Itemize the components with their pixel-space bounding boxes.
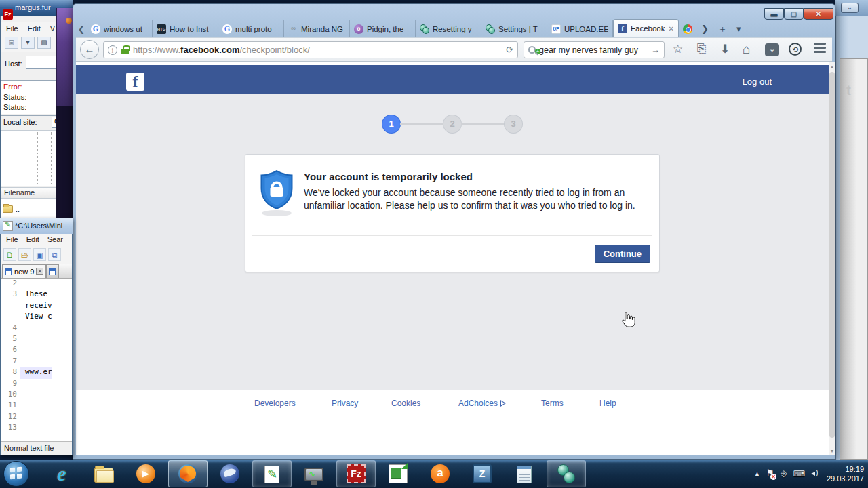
continue-button[interactable]: Continue [595,245,650,263]
footer-link-developers[interactable]: Developers [254,399,296,408]
open-file-icon[interactable]: 🗁 [18,248,31,261]
tab-how-to-install[interactable]: HTG How to Inst [153,20,218,37]
list-tabs-icon[interactable]: ▾ [732,21,746,37]
scroll-up-icon[interactable]: ▲ [829,64,835,69]
taskbar-firefox-active[interactable] [168,460,208,487]
background-app-icon [66,18,72,24]
bookmark-star-icon[interactable]: ☆ [673,42,683,56]
npp-menu-edit[interactable]: Edit [26,235,39,246]
fz-menu-edit[interactable]: Edit [28,24,41,35]
editor-tab-partial[interactable] [46,264,59,278]
maximize-button[interactable]: ▢ [784,8,804,20]
search-input[interactable]: gear my nerves family guy [539,45,648,55]
close-button[interactable]: ✕ [804,8,833,20]
step-3: 3 [505,115,522,133]
fz-menu-file[interactable]: File [6,24,18,35]
tray-clock[interactable]: 19:19 29.03.2017 [827,464,867,483]
downloads-icon[interactable]: ⬇ [720,42,730,56]
search-engine-icon[interactable]: + [528,46,536,54]
tab-close-icon[interactable]: ✕ [36,268,43,275]
sync-icon[interactable]: ⟲ [789,43,802,56]
notepadpp-statusbar: Normal text file [1,441,72,455]
upload-ee-icon: UP [551,24,561,34]
tab-close-icon[interactable]: ✕ [669,25,674,33]
npp-menu-file[interactable]: File [6,235,18,246]
volume-icon[interactable] [811,469,821,479]
show-hidden-icons[interactable]: ▲ [754,470,760,477]
tab-resetting[interactable]: Resetting y [416,20,481,37]
back-button[interactable]: ← [80,40,99,59]
editor-text-area[interactable]: 2 3These receiv View c 4 5 6------ 7 8ww… [1,279,72,441]
tab-windows-update[interactable]: G windows ut [87,20,153,37]
url-text[interactable]: https://www.facebook.com/checkpoint/bloc… [133,45,502,55]
page-content: f Log out 1 2 3 Your account is temporar… [76,62,829,455]
taskbar-media-player[interactable]: ▶ [126,460,165,487]
locked-account-card: Your account is temporarily locked We've… [245,154,660,272]
footer-link-privacy[interactable]: Privacy [332,399,358,408]
copy-icon[interactable]: ⧉ [48,248,61,261]
home-icon[interactable]: ⌂ [743,42,750,57]
minimize-button[interactable]: ▬ [764,8,784,20]
facebook-icon: f [618,24,627,33]
pocket-icon[interactable]: ⌄ [765,43,779,56]
tab-settings[interactable]: Settings | T [481,20,547,37]
taskbar-internet-explorer[interactable]: e [42,460,81,487]
taskbar-windows-explorer[interactable] [84,460,123,487]
taskbar-libreoffice-calc[interactable] [378,460,418,487]
tab-strip: ❮ G windows ut HTG How to Inst G multi p… [76,19,832,37]
tab-partial[interactable] [679,20,696,37]
address-bar[interactable]: i https://www.facebook.com/checkpoint/bl… [103,41,518,58]
toolbar-dropdown-icon[interactable]: ▾ [21,37,35,49]
taskbar-resource-monitor[interactable] [294,460,334,487]
taskbar-notepad[interactable] [505,460,544,487]
new-file-icon[interactable]: 🗋 [3,248,16,261]
action-center-icon[interactable] [766,469,774,479]
start-button[interactable] [3,461,29,487]
taskbar-messenger[interactable] [547,460,586,487]
log-toggle-icon[interactable]: ▤ [37,37,51,49]
filezilla-app-icon: Fz [3,9,13,20]
taskbar-filezilla[interactable]: Fz [336,460,376,487]
url-link-text[interactable]: www.er [20,367,52,378]
new-tab-button[interactable]: ＋ [713,21,732,37]
footer-link-adchoices[interactable]: AdChoices [458,399,506,408]
remove-hardware-icon[interactable]: ⎆ [781,469,787,479]
tab-miranda[interactable]: ∞ Miranda NG [284,20,350,37]
footer-link-terms[interactable]: Terms [541,399,564,408]
search-bar[interactable]: + gear my nerves family guy → [524,41,665,58]
notepadpp-menubar: File Edit Sear [1,234,72,246]
step-connector [400,123,443,125]
tab-scroll-left-icon[interactable]: ❮ [76,21,87,37]
editor-tab-new9[interactable]: new 9 ✕ [2,264,46,278]
https-lock-icon[interactable] [121,49,129,54]
page-info-icon[interactable]: i [108,45,117,55]
parent-dir-item[interactable]: .. [16,205,20,214]
step-connector [461,123,505,125]
fz-menu-view[interactable]: V [50,24,55,35]
npp-menu-search[interactable]: Sear [47,235,63,246]
tab-facebook-active[interactable]: f Facebook ✕ [613,19,679,37]
reload-icon[interactable]: ⟳ [506,45,513,55]
site-manager-icon[interactable]: ⌸ [5,37,18,49]
logout-link[interactable]: Log out [743,77,772,87]
tab-pidgin[interactable]: ö Pidgin, the [350,20,416,37]
taskbar-avast[interactable]: a [420,460,460,487]
google-icon: G [222,24,232,34]
tab-upload-ee[interactable]: UP UPLOAD.EE [547,20,613,37]
bookmarks-menu-icon[interactable]: ⎘ [697,42,707,56]
tab-scroll-right-icon[interactable]: ❯ [696,21,713,37]
hamburger-menu-icon[interactable] [814,43,826,55]
save-icon[interactable]: ▣ [33,248,46,261]
search-go-icon[interactable]: → [651,45,660,55]
taskbar-notepadpp[interactable] [252,460,292,487]
network-icon[interactable]: ⌨ [793,469,805,479]
facebook-logo[interactable]: f [126,73,144,91]
footer-link-help[interactable]: Help [599,399,616,408]
scrollbar-thumb[interactable] [829,72,835,438]
footer-link-cookies[interactable]: Cookies [391,399,420,408]
tab-multi-protocol[interactable]: G multi proto [218,20,284,37]
taskbar-seamonkey[interactable] [210,460,250,487]
collapse-button[interactable]: ⌄ [841,3,859,13]
scroll-down-icon[interactable]: ▼ [829,449,835,453]
taskbar-z-utility[interactable]: Z [462,460,502,487]
